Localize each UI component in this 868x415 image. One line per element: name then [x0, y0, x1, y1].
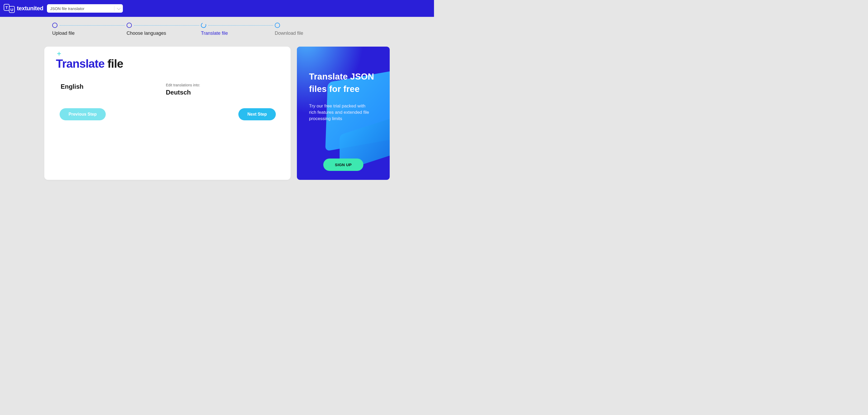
- progress-stepper: Upload file Choose languages Translate f…: [52, 23, 390, 36]
- step-label-translate: Translate file: [201, 31, 275, 36]
- card-title-accent-text: Translate: [56, 57, 104, 70]
- chevron-down-icon: [117, 6, 121, 10]
- step-indicator-active-icon: [200, 22, 207, 29]
- app-header: T U textunited JSON file translator: [0, 0, 434, 17]
- target-language-column: Edit translations into: Deutsch: [166, 83, 276, 96]
- promo-body: Try our free trial packed with rich feat…: [309, 103, 370, 122]
- card-title: Translate file: [56, 57, 276, 70]
- step-indicator-icon: [127, 23, 132, 28]
- source-language: English: [61, 83, 166, 90]
- step-connector: [134, 25, 199, 26]
- previous-step-button[interactable]: Previous Step: [60, 108, 106, 120]
- card-title-plain: file: [107, 57, 123, 70]
- target-language-label: Edit translations into:: [166, 83, 276, 87]
- step-indicator-icon: [52, 23, 58, 28]
- step-label-languages: Choose languages: [127, 31, 201, 36]
- brand-mark-icon: T U: [4, 4, 15, 13]
- step-label-upload: Upload file: [52, 31, 127, 36]
- step-indicator-disabled-icon: [275, 23, 280, 28]
- page-container: Upload file Choose languages Translate f…: [44, 17, 390, 180]
- source-language-column: English: [56, 83, 166, 96]
- language-row: English Edit translations into: Deutsch: [56, 83, 276, 96]
- select-separator: [114, 6, 115, 11]
- step-connector: [60, 25, 125, 26]
- brand-logo[interactable]: T U textunited: [4, 4, 43, 13]
- signup-button[interactable]: SIGN UP: [323, 159, 363, 171]
- promo-headline: Translate JSON files for free: [309, 70, 380, 95]
- card-nav-buttons: Previous Step Next Step: [56, 108, 276, 120]
- next-step-button[interactable]: Next Step: [238, 108, 276, 120]
- plus-accent-icon: [57, 52, 61, 56]
- promo-panel: Translate JSON files for free Try our fr…: [297, 46, 390, 180]
- translator-type-select[interactable]: JSON file translator: [47, 4, 123, 13]
- target-language: Deutsch: [166, 89, 276, 96]
- translate-card: Translate file English Edit translations…: [44, 46, 290, 180]
- card-title-accent: Translate: [56, 57, 107, 70]
- brand-name: textunited: [17, 5, 43, 12]
- translator-type-value: JSON file translator: [50, 6, 84, 11]
- step-connector: [208, 25, 273, 26]
- main-content-row: Translate file English Edit translations…: [44, 46, 390, 180]
- step-label-download: Download file: [275, 31, 328, 36]
